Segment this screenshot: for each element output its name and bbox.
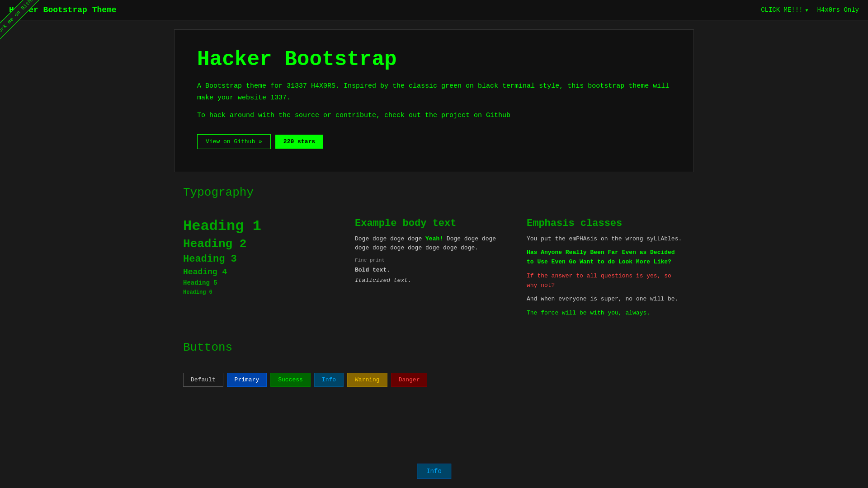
nav-link-click-me[interactable]: CLICK ME!!! — [761, 6, 808, 14]
emphasis-text4: And when everyone is super, no one will … — [527, 295, 685, 304]
heading-4: Heading 4 — [183, 267, 341, 277]
btn-warning[interactable]: Warning — [347, 373, 387, 387]
btn-default[interactable]: Default — [183, 373, 223, 387]
typography-divider — [183, 204, 685, 204]
bold-text: Bold text. — [355, 267, 513, 273]
buttons-divider — [183, 359, 685, 359]
btn-info[interactable]: Info — [314, 373, 344, 387]
emphasis-column: Emphasis classes You put the emPHAsis on… — [527, 218, 685, 323]
fine-print-text: Fine print — [355, 258, 513, 263]
btn-danger[interactable]: Danger — [391, 373, 428, 387]
heading-2: Heading 2 — [183, 237, 341, 251]
typography-grid: Heading 1 Heading 2 Heading 3 Heading 4 … — [183, 218, 685, 323]
italic-text: Italicized text. — [355, 277, 513, 284]
nav-menu: CLICK ME!!! H4x0rs Only — [761, 6, 859, 14]
navbar: Hacker Bootstrap Theme CLICK ME!!! H4x0r… — [0, 0, 868, 20]
emphasis-col-title: Emphasis classes — [527, 218, 685, 229]
headings-column: Heading 1 Heading 2 Heading 3 Heading 4 … — [183, 218, 341, 323]
hero-description2: To hack around with the source or contri… — [197, 110, 671, 122]
emphasis-text3: If the answer to all questions is yes, s… — [527, 272, 685, 291]
heading-1: Heading 1 — [183, 218, 341, 235]
body-col-title: Example body text — [355, 218, 513, 229]
body-text-yeah: Yeah! — [425, 235, 443, 242]
nav-item-click-me[interactable]: CLICK ME!!! — [761, 6, 808, 14]
heading-5: Heading 5 — [183, 279, 341, 286]
body-text-prefix: Doge doge doge doge — [355, 235, 425, 242]
heading-6: Heading 6 — [183, 289, 341, 296]
body-normal-text: Doge doge doge doge Yeah! Doge doge doge… — [355, 235, 513, 253]
nav-link-h4x0rs[interactable]: H4x0rs Only — [817, 6, 859, 14]
hero-title: Hacker Bootstrap — [197, 48, 671, 71]
hero-buttons: View on Github » 220 stars — [197, 134, 671, 149]
buttons-title: Buttons — [183, 341, 685, 354]
github-button[interactable]: View on Github » — [197, 134, 271, 149]
nav-item-h4x0rs[interactable]: H4x0rs Only — [817, 6, 859, 14]
info-badge: Info — [417, 464, 451, 479]
buttons-row: Default Primary Success Info Warning Dan… — [183, 373, 685, 387]
emphasis-text1: You put the emPHAsis on the wrong syLLAb… — [527, 235, 685, 244]
body-text-column: Example body text Doge doge doge doge Ye… — [355, 218, 513, 323]
hero-section: Hacker Bootstrap A Bootstrap theme for 3… — [174, 29, 694, 172]
emphasis-text2: Has Anyone Really Been Far Even as Decid… — [527, 248, 685, 267]
fork-ribbon[interactable]: Fork me on Github — [0, 0, 45, 45]
btn-success[interactable]: Success — [270, 373, 311, 387]
hero-description1: A Bootstrap theme for 31337 H4X0RS. Insp… — [197, 80, 671, 103]
typography-section: Typography Heading 1 Heading 2 Heading 3… — [174, 186, 694, 323]
btn-primary[interactable]: Primary — [227, 373, 267, 387]
buttons-section: Buttons Default Primary Success Info War… — [174, 341, 694, 387]
fork-ribbon-link[interactable]: Fork me on Github — [0, 0, 43, 41]
typography-title: Typography — [183, 186, 685, 199]
emphasis-text5: The force will be with you, always. — [527, 309, 685, 318]
stars-button[interactable]: 220 stars — [275, 135, 323, 149]
heading-3: Heading 3 — [183, 253, 341, 265]
